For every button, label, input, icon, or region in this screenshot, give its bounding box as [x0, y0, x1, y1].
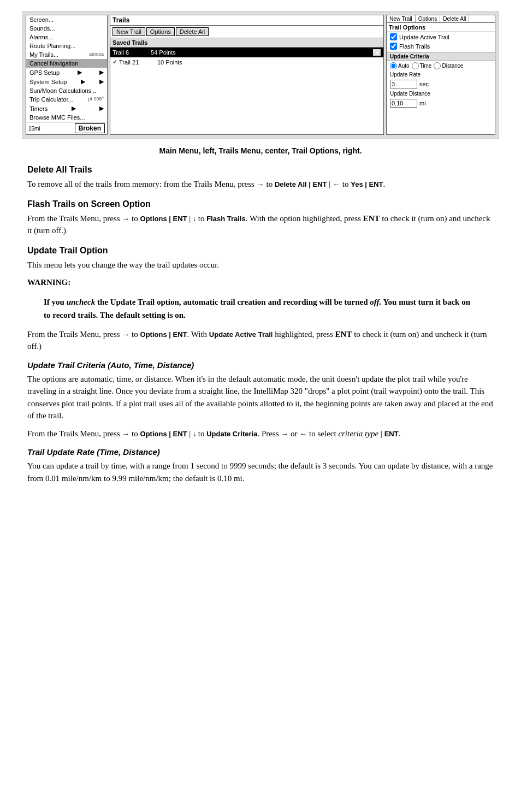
tab-options[interactable]: Options: [416, 15, 440, 22]
update-rate-input[interactable]: [390, 80, 417, 88]
menu-my-trails[interactable]: My Trails...atoosa: [26, 50, 107, 59]
new-trail-button[interactable]: New Trail: [113, 27, 145, 36]
section3-paragraph: This menu lets you change the way the tr…: [27, 259, 494, 271]
section6-heading: Trail Update Rate (Time, Distance): [27, 447, 494, 457]
radio-time[interactable]: [412, 62, 419, 69]
checkbox-update-active[interactable]: [390, 33, 397, 40]
update-rate-unit: sec: [419, 81, 429, 87]
update-distance-input[interactable]: [390, 99, 417, 108]
tab-new-trail[interactable]: New Trail: [387, 15, 416, 22]
trail-row-1[interactable]: Trail 6 54 Points ◄: [110, 48, 383, 57]
delete-all-button[interactable]: Delete All: [176, 27, 209, 36]
update-distance-unit: mi: [419, 100, 426, 106]
menu-sun-moon[interactable]: Sun/Moon Calculations...: [26, 86, 107, 95]
distance-label: 15mi: [28, 126, 40, 132]
option-update-active-label: Update Active Trail: [399, 34, 449, 40]
trails-panel-title: Trails: [110, 15, 383, 26]
trail-options-panel: New Trail Options Delete All Trail Optio…: [386, 15, 495, 135]
menu-system-setup[interactable]: System Setup▶: [26, 77, 107, 86]
main-menu-panel: Screen... Sounds... Alarms... Route Plan…: [26, 15, 108, 135]
menu-browse-mmc[interactable]: Browse MMC Files...: [26, 113, 107, 122]
trail-points-1: 54 Points: [151, 49, 372, 56]
saved-trails-header: Saved Trails: [110, 38, 383, 48]
trail-name-2: Trail 21: [119, 59, 157, 66]
update-rate-title: Update Rate: [390, 72, 492, 78]
menu-trip-calculator[interactable]: Trip Calculator...pt 006°: [26, 95, 107, 104]
radio-distance[interactable]: [434, 62, 441, 69]
section2-paragraph: From the Trails Menu, press → to Options…: [27, 212, 494, 237]
options-button[interactable]: Options: [146, 27, 175, 36]
option-flash-trails-label: Flash Trails: [399, 43, 430, 50]
criteria-radio-group: Auto Time Distance: [387, 61, 495, 70]
screenshot-mockup: Screen... Sounds... Alarms... Route Plan…: [22, 11, 499, 139]
broken-label: Broken: [75, 123, 105, 133]
menu-screen[interactable]: Screen...: [26, 15, 107, 24]
option-update-active: Update Active Trail: [387, 32, 495, 42]
section5-paragraph: The options are automatic, time, or dist…: [27, 373, 494, 422]
trail-name-1: Trail 6: [113, 49, 151, 56]
section2-heading: Flash Trails on Screen Option: [27, 199, 494, 209]
option-flash-trails: Flash Trails: [387, 42, 495, 51]
section6-paragraph: You can update a trail by time, with a r…: [27, 460, 494, 484]
update-rate-row: sec: [387, 79, 495, 90]
section5-paragraph2: From the Trails Menu, press → to Options…: [27, 428, 494, 440]
trail-check-2: ✓: [113, 58, 117, 66]
update-distance-row: mi: [387, 98, 495, 109]
section3-heading: Update Trail Option: [27, 246, 494, 256]
update-distance-title: Update Distance: [390, 91, 492, 97]
trail-options-tabs: New Trail Options Delete All: [387, 15, 495, 23]
section4-paragraph: From the Trails Menu, press → to Options…: [27, 328, 494, 353]
tab-delete-all[interactable]: Delete All: [440, 15, 469, 22]
trail-row-2[interactable]: ✓ Trail 21 10 Points: [110, 57, 383, 67]
checkbox-flash-trails[interactable]: [390, 43, 397, 50]
warning-heading: WARNING:: [27, 276, 494, 289]
update-distance-section: Update Distance: [387, 90, 495, 98]
trails-menu-panel: Trails New Trail Options Delete All Save…: [110, 15, 384, 135]
criteria-time[interactable]: Time: [412, 62, 432, 69]
trail-points-2: 10 Points: [157, 59, 381, 66]
warning-block: If you uncheck the Update Trail option, …: [44, 295, 477, 322]
menu-gps-setup[interactable]: GPS Setup▶: [26, 68, 107, 77]
menu-sounds[interactable]: Sounds...: [26, 24, 107, 33]
section1-heading: Delete All Trails: [27, 165, 494, 175]
menu-cancel-navigation[interactable]: Cancel Navigation: [26, 59, 107, 68]
menu-timers[interactable]: Timers▶: [26, 104, 107, 113]
trails-toolbar: New Trail Options Delete All: [110, 26, 383, 38]
section1-paragraph: To remove all of the trails from memory:…: [27, 178, 494, 191]
main-content: Delete All Trails To remove all of the t…: [22, 165, 499, 484]
update-criteria-label: Update Criteria: [387, 52, 495, 61]
menu-route-planning[interactable]: Route Planning...: [26, 42, 107, 50]
trail-options-title: Trail Options: [387, 23, 495, 32]
screenshot-caption: Main Menu, left, Trails Menu, center, Tr…: [22, 146, 499, 155]
menu-alarms[interactable]: Alarms...: [26, 33, 107, 42]
radio-auto[interactable]: [390, 62, 397, 69]
update-rate-section: Update Rate: [387, 70, 495, 79]
bottom-bar: 15mi Broken: [26, 122, 107, 134]
section5-heading: Update Trail Criteria (Auto, Time, Dista…: [27, 360, 494, 370]
criteria-auto[interactable]: Auto: [390, 62, 410, 69]
trail-arrow-1[interactable]: ◄: [372, 49, 381, 56]
criteria-distance[interactable]: Distance: [434, 62, 463, 69]
